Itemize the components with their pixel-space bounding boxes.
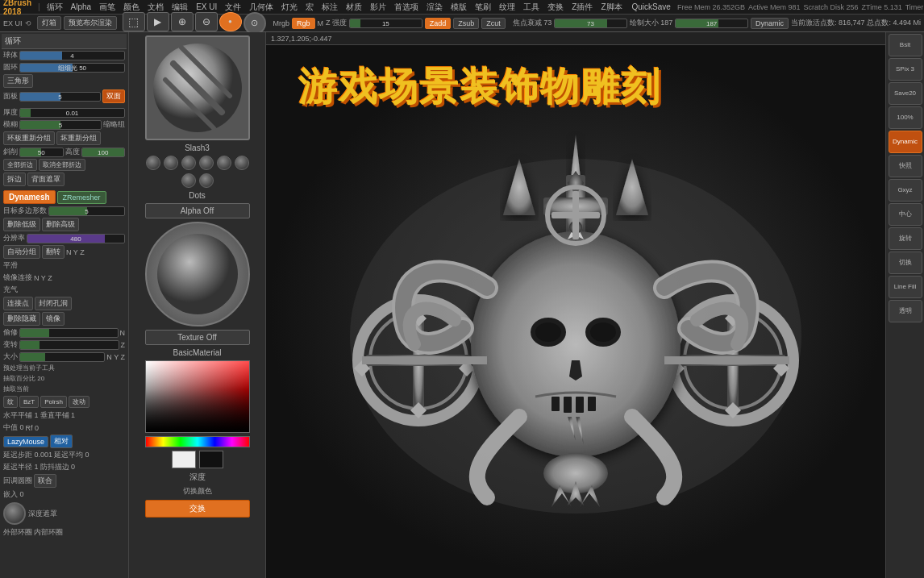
rotate-btn[interactable]: 旋转 bbox=[889, 227, 922, 250]
sphere-slider[interactable]: 4 bbox=[19, 51, 125, 60]
texture-preview[interactable] bbox=[145, 222, 250, 326]
menu-exui[interactable]: EX UI bbox=[193, 2, 220, 12]
clear-edges-btn[interactable]: 取消全部折边 bbox=[39, 159, 85, 171]
center-right-btn[interactable]: 中心 bbox=[889, 203, 922, 226]
rgb-btn[interactable]: Rgb bbox=[292, 18, 315, 29]
relative-btn[interactable]: 相对 bbox=[50, 435, 73, 448]
bslt-btn[interactable]: Bslt bbox=[889, 34, 922, 56]
menu-template[interactable]: 模版 bbox=[447, 1, 470, 14]
switch-btn[interactable]: 切换 bbox=[889, 252, 922, 274]
snapshot-btn[interactable]: 快照 bbox=[889, 155, 922, 177]
lightbox-btn[interactable]: 灯箱 bbox=[37, 16, 61, 30]
menu-annotation[interactable]: 标注 bbox=[318, 1, 341, 14]
icon-btn-4[interactable]: 改动 bbox=[69, 396, 89, 408]
auto-group-btn[interactable]: 自动分组 bbox=[3, 245, 40, 259]
hue-bar[interactable] bbox=[145, 436, 250, 447]
zremesher-btn[interactable]: ZRemesher bbox=[57, 191, 106, 204]
dot-8[interactable] bbox=[199, 173, 214, 188]
dot-3[interactable] bbox=[181, 156, 196, 170]
panel-slider[interactable]: 5 bbox=[19, 92, 101, 102]
menu-macro[interactable]: 宏 bbox=[302, 1, 317, 14]
color-picker[interactable] bbox=[145, 360, 250, 433]
spix-btn[interactable]: SPix 3 bbox=[889, 58, 922, 81]
size-slider[interactable] bbox=[19, 352, 105, 362]
close-holes-btn[interactable]: 封闭孔洞 bbox=[35, 297, 72, 310]
loop-header[interactable]: 循环 bbox=[2, 34, 127, 49]
icon-btn-1[interactable]: 纹 bbox=[3, 396, 18, 408]
union-btn[interactable]: 联合 bbox=[34, 474, 56, 488]
height-slider[interactable]: 100 bbox=[81, 148, 126, 157]
brush-icon-2[interactable]: ▶ bbox=[147, 12, 169, 31]
save20-btn[interactable]: Save20 bbox=[889, 82, 922, 105]
dot-7[interactable] bbox=[181, 173, 196, 188]
dot-4[interactable] bbox=[199, 156, 214, 170]
delete-high-btn[interactable]: 删除高级 bbox=[42, 218, 79, 231]
menu-light[interactable]: 灯光 bbox=[278, 1, 301, 14]
fuzzy-slider[interactable]: 5 bbox=[19, 120, 102, 130]
zsub-btn[interactable]: Zsub bbox=[453, 18, 479, 29]
focal-slider[interactable]: 73 bbox=[554, 19, 627, 28]
texture-off-btn[interactable]: Texture Off bbox=[145, 330, 250, 345]
menu-qingchu[interactable]: 循环 bbox=[44, 1, 66, 14]
dynamic-btn[interactable]: Dynamic bbox=[751, 18, 789, 29]
canvas-area[interactable]: 游戏场景装饰物雕刻 bbox=[266, 45, 885, 578]
delete-hidden-btn[interactable]: 删除隐藏 bbox=[3, 312, 40, 326]
dynamic-right-btn[interactable]: Dynamic bbox=[889, 131, 922, 153]
backface-btn[interactable]: 背面遮罩 bbox=[27, 173, 65, 186]
menu-brush[interactable]: 画笔 bbox=[96, 1, 119, 14]
dot-2[interactable] bbox=[164, 156, 178, 170]
flip-btn[interactable]: 拆边 bbox=[3, 173, 26, 186]
menu-alpha[interactable]: Alpha bbox=[68, 2, 95, 12]
ring-slider[interactable]: 组细光 50 bbox=[19, 63, 125, 73]
brush-icon-5-active[interactable]: ● bbox=[219, 12, 242, 31]
target-poly-slider[interactable]: 5 bbox=[48, 206, 125, 216]
menu-material[interactable]: 材质 bbox=[343, 1, 365, 14]
mirror-btn2[interactable]: 镜像 bbox=[42, 312, 65, 326]
bevel-slider[interactable]: 50 bbox=[19, 148, 64, 157]
menu-render[interactable]: 渲染 bbox=[423, 1, 446, 14]
menu-zplugin[interactable]: Z插件 bbox=[568, 1, 596, 14]
z-intensity-slider[interactable]: 15 bbox=[349, 19, 422, 28]
menu-movie[interactable]: 影片 bbox=[367, 1, 389, 14]
menu-transform[interactable]: 变换 bbox=[544, 1, 567, 14]
rebuild-btn[interactable]: 环板重新分组 bbox=[3, 131, 55, 145]
connect-btn[interactable]: 连接点 bbox=[3, 297, 33, 310]
dot-5[interactable] bbox=[217, 156, 231, 170]
transparent-btn[interactable]: 透明 bbox=[889, 300, 922, 322]
dot-6[interactable] bbox=[235, 156, 249, 170]
delete-low-btn[interactable]: 删除低级 bbox=[3, 218, 40, 231]
zadd-btn[interactable]: Zadd bbox=[425, 18, 452, 29]
quicksave-btn[interactable]: QuickSave bbox=[629, 2, 674, 12]
dynamesh-btn[interactable]: Dynamesh bbox=[3, 190, 56, 204]
triangle-btn[interactable]: 三角形 bbox=[3, 74, 33, 88]
brush-icon-1[interactable]: ⬚ bbox=[123, 12, 145, 31]
brush-icon-3[interactable]: ⊕ bbox=[171, 12, 194, 31]
menu-prefs[interactable]: 首选项 bbox=[391, 1, 422, 14]
doublesided-btn[interactable]: 双面 bbox=[102, 89, 125, 103]
menu-tool[interactable]: 工具 bbox=[520, 1, 543, 14]
preset-render-btn[interactable]: 预览布尔渲染 bbox=[64, 16, 117, 30]
gxyz-btn[interactable]: Gxyz bbox=[889, 179, 922, 202]
round-btn-1[interactable]: ⊙ bbox=[243, 12, 266, 35]
menu-texture[interactable]: 纹理 bbox=[496, 1, 518, 14]
swatch-white[interactable] bbox=[172, 451, 196, 468]
lazy-mouse-btn[interactable]: LazyMouse bbox=[3, 436, 48, 447]
zoom100-btn[interactable]: 100% bbox=[889, 106, 922, 129]
switch-colors-btn[interactable]: 交换 bbox=[145, 500, 250, 518]
brush-icon-4[interactable]: ⊖ bbox=[195, 12, 218, 31]
icon-btn-2[interactable]: BzT bbox=[19, 396, 39, 408]
change-slider[interactable] bbox=[19, 340, 119, 350]
alpha-off-btn[interactable]: Alpha Off bbox=[145, 203, 250, 218]
swatch-black[interactable] bbox=[199, 451, 223, 468]
icon-btn-3[interactable]: Polrsh bbox=[40, 396, 67, 408]
menu-zscript[interactable]: Z脚本 bbox=[597, 1, 625, 14]
menu-brush2[interactable]: 笔刷 bbox=[472, 1, 494, 14]
crease-slider[interactable] bbox=[19, 328, 119, 338]
line-fill-btn[interactable]: Line Fill bbox=[889, 276, 922, 298]
flip-btn2[interactable]: 翻转 bbox=[42, 245, 65, 259]
dot-1[interactable] bbox=[146, 156, 160, 170]
draw-size-slider[interactable]: 187 bbox=[675, 19, 748, 28]
all-edges-btn[interactable]: 全部折边 bbox=[3, 159, 37, 171]
subdiv-slider[interactable]: 480 bbox=[27, 234, 125, 243]
alpha-preview[interactable] bbox=[145, 35, 250, 140]
